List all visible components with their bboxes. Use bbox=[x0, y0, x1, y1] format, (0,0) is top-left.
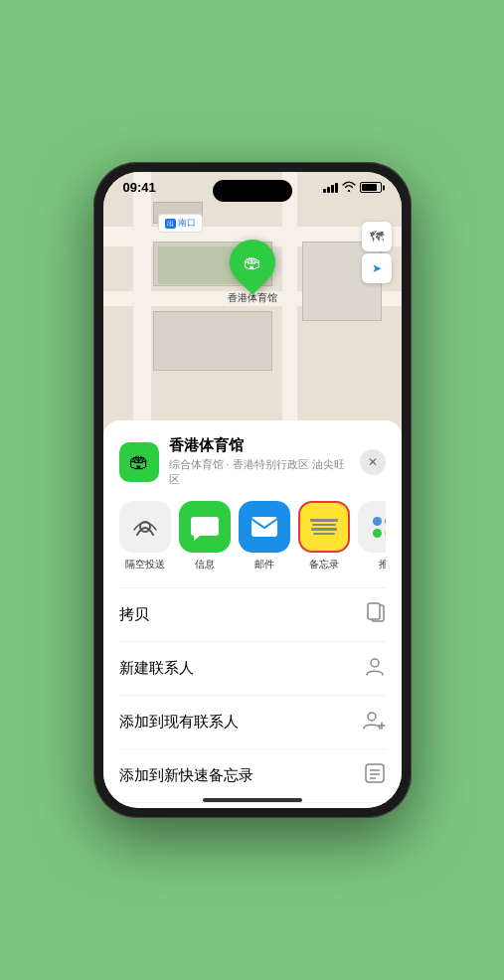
airdrop-label: 隔空投送 bbox=[125, 558, 165, 572]
more-label: 推 bbox=[379, 558, 386, 572]
messages-label: 信息 bbox=[195, 558, 215, 572]
close-button[interactable]: ✕ bbox=[360, 449, 386, 475]
menu-item-add-existing[interactable]: 添加到现有联系人 bbox=[119, 696, 386, 749]
wifi-icon bbox=[342, 181, 356, 194]
messages-icon-wrap bbox=[179, 501, 231, 553]
action-airdrop[interactable]: 隔空投送 bbox=[119, 501, 171, 572]
pin-inner: 🏟 bbox=[244, 252, 261, 273]
venue-name: 香港体育馆 bbox=[169, 436, 350, 455]
menu-item-copy-label: 拷贝 bbox=[119, 605, 149, 624]
venue-subtitle: 综合体育馆 · 香港特别行政区 油尖旺区 bbox=[169, 457, 350, 487]
add-existing-icon bbox=[362, 709, 386, 735]
menu-item-add-note[interactable]: 添加到新快速备忘录 bbox=[119, 749, 386, 803]
mail-icon bbox=[250, 515, 279, 539]
map-type-button[interactable]: 🗺 bbox=[362, 222, 392, 251]
sheet-header: 🏟 香港体育馆 综合体育馆 · 香港特别行政区 油尖旺区 ✕ bbox=[119, 436, 386, 487]
notes-label: 备忘录 bbox=[309, 558, 339, 572]
location-label: 南口 bbox=[158, 214, 203, 233]
home-indicator bbox=[203, 798, 302, 802]
signal-icon bbox=[323, 183, 338, 193]
menu-item-copy[interactable]: 拷贝 bbox=[119, 588, 386, 642]
more-icon-wrap bbox=[358, 501, 386, 553]
pin-bubble: 🏟 bbox=[220, 230, 284, 294]
svg-rect-9 bbox=[366, 764, 384, 782]
menu-item-new-contact-label: 新建联系人 bbox=[119, 659, 194, 678]
airdrop-icon bbox=[131, 513, 159, 541]
map-area[interactable]: 南口 🏟 香港体育馆 🗺 ➤ bbox=[103, 172, 402, 450]
new-contact-icon bbox=[364, 655, 386, 682]
phone-screen: 09:41 bbox=[103, 172, 402, 808]
svg-rect-3 bbox=[368, 603, 380, 619]
menu-item-add-existing-label: 添加到现有联系人 bbox=[119, 713, 239, 732]
status-icons bbox=[323, 181, 382, 194]
copy-icon bbox=[366, 601, 386, 628]
phone-frame: 09:41 bbox=[93, 162, 412, 818]
menu-item-new-contact[interactable]: 新建联系人 bbox=[119, 642, 386, 696]
venue-info: 香港体育馆 综合体育馆 · 香港特别行政区 油尖旺区 bbox=[169, 436, 350, 487]
bottom-sheet: 🏟 香港体育馆 综合体育馆 · 香港特别行政区 油尖旺区 ✕ bbox=[103, 420, 402, 808]
messages-icon bbox=[190, 513, 220, 541]
svg-point-5 bbox=[368, 713, 376, 721]
venue-icon: 🏟 bbox=[119, 442, 159, 482]
actions-row: 隔空投送 信息 bbox=[119, 501, 386, 572]
mail-label: 邮件 bbox=[254, 558, 274, 572]
dynamic-island bbox=[213, 180, 292, 202]
svg-point-4 bbox=[371, 659, 379, 667]
airdrop-icon-wrap bbox=[119, 501, 171, 553]
status-time: 09:41 bbox=[123, 180, 156, 195]
action-messages[interactable]: 信息 bbox=[179, 501, 231, 572]
battery-icon bbox=[360, 182, 382, 193]
map-controls: 🗺 ➤ bbox=[362, 222, 392, 283]
action-mail[interactable]: 邮件 bbox=[239, 501, 290, 572]
menu-item-print[interactable]: 打印 bbox=[119, 803, 386, 808]
mail-icon-wrap bbox=[239, 501, 290, 553]
add-note-icon bbox=[364, 762, 386, 789]
action-more[interactable]: 推 bbox=[358, 501, 386, 572]
location-pin: 🏟 香港体育馆 bbox=[228, 240, 277, 305]
menu-list: 拷贝 新建联系人 bbox=[119, 587, 386, 808]
notes-icon-wrap bbox=[298, 501, 350, 553]
menu-item-add-note-label: 添加到新快速备忘录 bbox=[119, 766, 253, 785]
location-button[interactable]: ➤ bbox=[362, 253, 392, 283]
action-notes[interactable]: 备忘录 bbox=[298, 501, 350, 572]
